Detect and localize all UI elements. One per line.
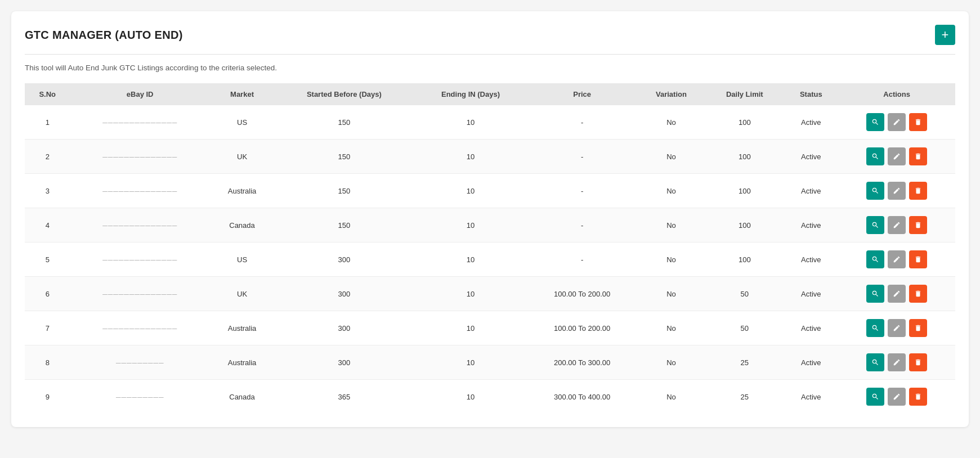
search-icon [871, 393, 879, 401]
col-daily-limit: Daily Limit [705, 83, 784, 105]
cell-status: Active [784, 174, 838, 208]
edit-button[interactable] [888, 353, 906, 371]
edit-button[interactable] [888, 216, 906, 234]
add-rule-button[interactable]: + [935, 25, 955, 45]
search-icon [871, 290, 879, 298]
trash-icon [914, 358, 922, 366]
table-row: 5 ────────────── US 300 10 - No 100 Acti… [25, 243, 955, 277]
view-button[interactable] [866, 250, 884, 268]
cell-ending-in: 10 [414, 311, 527, 345]
edit-button[interactable] [888, 147, 906, 165]
table-row: 9 ───────── Canada 365 10 300.00 To 400.… [25, 380, 955, 414]
cell-started-before: 365 [274, 380, 414, 414]
search-icon [871, 324, 879, 332]
cell-variation: No [637, 345, 706, 380]
edit-button[interactable] [888, 113, 906, 131]
cell-ending-in: 10 [414, 345, 527, 380]
cell-ebay-id: ────────────── [70, 140, 210, 174]
view-button[interactable] [866, 182, 884, 200]
edit-button[interactable] [888, 319, 906, 337]
cell-variation: No [637, 105, 706, 140]
cell-sno: 5 [25, 243, 70, 277]
cell-started-before: 150 [274, 208, 414, 243]
edit-button[interactable] [888, 388, 906, 406]
delete-button[interactable] [909, 353, 927, 371]
cell-status: Active [784, 345, 838, 380]
edit-icon [893, 358, 901, 366]
cell-status: Active [784, 140, 838, 174]
edit-icon [893, 324, 901, 332]
cell-market: Australia [210, 311, 275, 345]
view-button[interactable] [866, 353, 884, 371]
table-row: 8 ───────── Australia 300 10 200.00 To 3… [25, 345, 955, 380]
page-title: GTC MANAGER (AUTO END) [25, 29, 183, 42]
table-body: 1 ────────────── US 150 10 - No 100 Acti… [25, 105, 955, 414]
trash-icon [914, 187, 922, 195]
cell-market: Australia [210, 174, 275, 208]
delete-button[interactable] [909, 285, 927, 303]
edit-button[interactable] [888, 285, 906, 303]
cell-ending-in: 10 [414, 174, 527, 208]
delete-button[interactable] [909, 216, 927, 234]
edit-icon [893, 187, 901, 195]
cell-sno: 1 [25, 105, 70, 140]
cell-market: UK [210, 140, 275, 174]
cell-ebay-id: ────────────── [70, 311, 210, 345]
trash-icon [914, 393, 922, 401]
cell-market: US [210, 243, 275, 277]
cell-variation: No [637, 174, 706, 208]
delete-button[interactable] [909, 182, 927, 200]
view-button[interactable] [866, 388, 884, 406]
page-description: This tool will Auto End Junk GTC Listing… [25, 64, 955, 72]
cell-started-before: 300 [274, 277, 414, 311]
cell-sno: 8 [25, 345, 70, 380]
cell-daily-limit: 50 [705, 311, 784, 345]
cell-ebay-id: ────────────── [70, 208, 210, 243]
cell-started-before: 300 [274, 243, 414, 277]
cell-ending-in: 10 [414, 277, 527, 311]
edit-button[interactable] [888, 182, 906, 200]
trash-icon [914, 255, 922, 263]
cell-sno: 3 [25, 174, 70, 208]
edit-icon [893, 118, 901, 126]
cell-ebay-id: ───────── [70, 380, 210, 414]
cell-price: - [527, 174, 637, 208]
cell-daily-limit: 100 [705, 105, 784, 140]
cell-sno: 2 [25, 140, 70, 174]
cell-actions [838, 380, 955, 414]
view-button[interactable] [866, 216, 884, 234]
cell-started-before: 300 [274, 345, 414, 380]
col-started-before: Started Before (Days) [274, 83, 414, 105]
cell-variation: No [637, 277, 706, 311]
cell-status: Active [784, 277, 838, 311]
delete-button[interactable] [909, 388, 927, 406]
edit-icon [893, 290, 901, 298]
view-button[interactable] [866, 113, 884, 131]
delete-button[interactable] [909, 250, 927, 268]
cell-market: Australia [210, 345, 275, 380]
view-button[interactable] [866, 319, 884, 337]
cell-ending-in: 10 [414, 105, 527, 140]
cell-status: Active [784, 105, 838, 140]
delete-button[interactable] [909, 147, 927, 165]
cell-sno: 4 [25, 208, 70, 243]
cell-price: - [527, 208, 637, 243]
cell-price: 200.00 To 300.00 [527, 345, 637, 380]
edit-button[interactable] [888, 250, 906, 268]
cell-variation: No [637, 243, 706, 277]
cell-ending-in: 10 [414, 380, 527, 414]
view-button[interactable] [866, 285, 884, 303]
delete-button[interactable] [909, 319, 927, 337]
view-button[interactable] [866, 147, 884, 165]
col-ending-in: Ending IN (Days) [414, 83, 527, 105]
cell-ebay-id: ────────────── [70, 277, 210, 311]
cell-daily-limit: 50 [705, 277, 784, 311]
col-sno: S.No [25, 83, 70, 105]
cell-daily-limit: 100 [705, 208, 784, 243]
table-row: 7 ────────────── Australia 300 10 100.00… [25, 311, 955, 345]
trash-icon [914, 221, 922, 229]
edit-icon [893, 221, 901, 229]
delete-button[interactable] [909, 113, 927, 131]
cell-actions [838, 243, 955, 277]
cell-variation: No [637, 380, 706, 414]
